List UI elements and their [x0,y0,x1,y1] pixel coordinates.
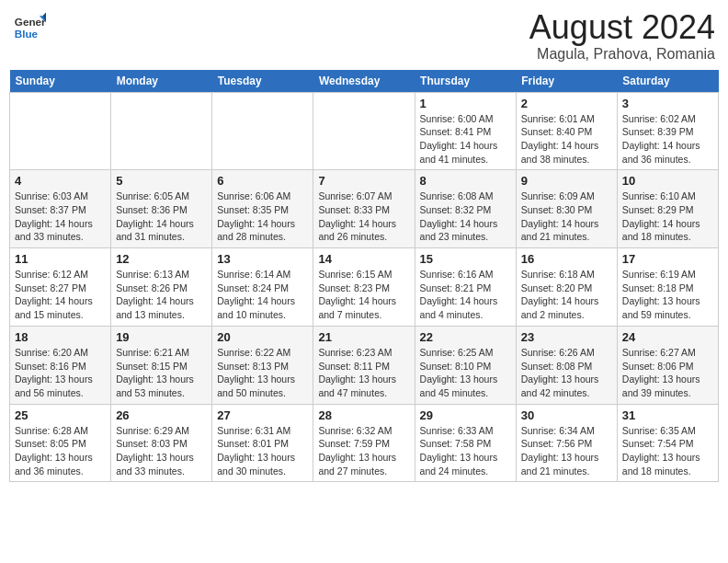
day-number: 14 [318,252,409,266]
day-info: Sunrise: 6:26 AM Sunset: 8:08 PM Dayligh… [521,346,612,400]
day-info: Sunrise: 6:19 AM Sunset: 8:18 PM Dayligh… [622,268,713,322]
day-info: Sunrise: 6:33 AM Sunset: 7:58 PM Dayligh… [420,424,511,478]
day-number: 2 [521,97,612,110]
calendar-week-5: 25Sunrise: 6:28 AM Sunset: 8:05 PM Dayli… [10,404,719,482]
day-info: Sunrise: 6:23 AM Sunset: 8:11 PM Dayligh… [318,346,409,400]
calendar-cell: 3Sunrise: 6:02 AM Sunset: 8:39 PM Daylig… [617,92,718,170]
day-number: 7 [318,174,409,188]
day-info: Sunrise: 6:29 AM Sunset: 8:03 PM Dayligh… [116,424,207,478]
calendar-cell: 8Sunrise: 6:08 AM Sunset: 8:32 PM Daylig… [415,170,516,248]
calendar-cell: 20Sunrise: 6:22 AM Sunset: 8:13 PM Dayli… [212,326,313,404]
day-number: 16 [521,252,612,266]
page-subtitle: Magula, Prahova, Romania [529,46,715,63]
calendar-cell: 31Sunrise: 6:35 AM Sunset: 7:54 PM Dayli… [617,404,718,482]
day-number: 28 [318,408,409,422]
calendar-cell: 2Sunrise: 6:01 AM Sunset: 8:40 PM Daylig… [516,92,617,170]
calendar-week-3: 11Sunrise: 6:12 AM Sunset: 8:27 PM Dayli… [10,248,719,327]
logo-icon: General Blue [13,9,46,42]
calendar-cell: 26Sunrise: 6:29 AM Sunset: 8:03 PM Dayli… [111,404,212,482]
title-block: August 2024 Magula, Prahova, Romania [529,9,715,63]
weekday-header-friday: Friday [516,70,617,93]
day-number: 8 [420,174,511,188]
calendar-cell: 15Sunrise: 6:16 AM Sunset: 8:21 PM Dayli… [415,248,516,327]
calendar-cell: 11Sunrise: 6:12 AM Sunset: 8:27 PM Dayli… [10,248,111,327]
day-info: Sunrise: 6:08 AM Sunset: 8:32 PM Dayligh… [420,190,511,244]
logo: General Blue [13,9,46,42]
day-number: 5 [116,174,207,188]
day-info: Sunrise: 6:15 AM Sunset: 8:23 PM Dayligh… [318,268,409,322]
weekday-header-row: SundayMondayTuesdayWednesdayThursdayFrid… [10,70,719,93]
day-number: 22 [420,330,511,344]
calendar-cell: 10Sunrise: 6:10 AM Sunset: 8:29 PM Dayli… [617,170,718,248]
day-info: Sunrise: 6:22 AM Sunset: 8:13 PM Dayligh… [217,346,308,400]
day-number: 4 [15,174,106,188]
day-number: 13 [217,252,308,266]
day-info: Sunrise: 6:14 AM Sunset: 8:24 PM Dayligh… [217,268,308,322]
svg-text:Blue: Blue [15,28,39,40]
day-number: 26 [116,408,207,422]
day-info: Sunrise: 6:05 AM Sunset: 8:36 PM Dayligh… [116,190,207,244]
day-number: 15 [420,252,511,266]
day-info: Sunrise: 6:06 AM Sunset: 8:35 PM Dayligh… [217,190,308,244]
calendar-cell: 23Sunrise: 6:26 AM Sunset: 8:08 PM Dayli… [516,326,617,404]
calendar-cell: 25Sunrise: 6:28 AM Sunset: 8:05 PM Dayli… [10,404,111,482]
day-info: Sunrise: 6:20 AM Sunset: 8:16 PM Dayligh… [15,346,106,400]
calendar-cell: 24Sunrise: 6:27 AM Sunset: 8:06 PM Dayli… [617,326,718,404]
day-number: 10 [622,174,713,188]
calendar-table: SundayMondayTuesdayWednesdayThursdayFrid… [9,70,719,483]
weekday-header-saturday: Saturday [617,70,718,93]
day-info: Sunrise: 6:21 AM Sunset: 8:15 PM Dayligh… [116,346,207,400]
weekday-header-monday: Monday [111,70,212,93]
calendar-week-4: 18Sunrise: 6:20 AM Sunset: 8:16 PM Dayli… [10,326,719,404]
day-number: 24 [622,330,713,344]
calendar-cell: 29Sunrise: 6:33 AM Sunset: 7:58 PM Dayli… [415,404,516,482]
day-info: Sunrise: 6:25 AM Sunset: 8:10 PM Dayligh… [420,346,511,400]
day-info: Sunrise: 6:31 AM Sunset: 8:01 PM Dayligh… [217,424,308,478]
day-info: Sunrise: 6:00 AM Sunset: 8:41 PM Dayligh… [420,112,511,167]
day-number: 21 [318,330,409,344]
calendar-week-2: 4Sunrise: 6:03 AM Sunset: 8:37 PM Daylig… [10,170,719,248]
day-info: Sunrise: 6:07 AM Sunset: 8:33 PM Dayligh… [318,190,409,244]
calendar-cell: 19Sunrise: 6:21 AM Sunset: 8:15 PM Dayli… [111,326,212,404]
day-number: 3 [622,97,713,110]
day-number: 30 [521,408,612,422]
calendar-cell: 7Sunrise: 6:07 AM Sunset: 8:33 PM Daylig… [313,170,415,248]
calendar-cell: 6Sunrise: 6:06 AM Sunset: 8:35 PM Daylig… [212,170,313,248]
calendar-cell: 21Sunrise: 6:23 AM Sunset: 8:11 PM Dayli… [313,326,415,404]
calendar-cell: 4Sunrise: 6:03 AM Sunset: 8:37 PM Daylig… [10,170,111,248]
day-number: 29 [420,408,511,422]
weekday-header-tuesday: Tuesday [212,70,313,93]
day-number: 27 [217,408,308,422]
calendar-cell: 18Sunrise: 6:20 AM Sunset: 8:16 PM Dayli… [10,326,111,404]
page-header: General Blue August 2024 Magula, Prahova… [9,9,719,63]
calendar-cell: 13Sunrise: 6:14 AM Sunset: 8:24 PM Dayli… [212,248,313,327]
calendar-cell [10,92,111,170]
calendar-cell: 1Sunrise: 6:00 AM Sunset: 8:41 PM Daylig… [415,92,516,170]
day-info: Sunrise: 6:12 AM Sunset: 8:27 PM Dayligh… [15,268,106,322]
calendar-cell: 27Sunrise: 6:31 AM Sunset: 8:01 PM Dayli… [212,404,313,482]
day-number: 11 [15,252,106,266]
calendar-cell: 22Sunrise: 6:25 AM Sunset: 8:10 PM Dayli… [415,326,516,404]
calendar-cell: 5Sunrise: 6:05 AM Sunset: 8:36 PM Daylig… [111,170,212,248]
calendar-week-1: 1Sunrise: 6:00 AM Sunset: 8:41 PM Daylig… [10,92,719,170]
day-number: 23 [521,330,612,344]
day-number: 18 [15,330,106,344]
weekday-header-thursday: Thursday [415,70,516,93]
day-info: Sunrise: 6:18 AM Sunset: 8:20 PM Dayligh… [521,268,612,322]
day-info: Sunrise: 6:28 AM Sunset: 8:05 PM Dayligh… [15,424,106,478]
weekday-header-wednesday: Wednesday [313,70,415,93]
day-info: Sunrise: 6:32 AM Sunset: 7:59 PM Dayligh… [318,424,409,478]
day-number: 1 [420,97,511,110]
calendar-cell [212,92,313,170]
day-info: Sunrise: 6:34 AM Sunset: 7:56 PM Dayligh… [521,424,612,478]
calendar-cell: 9Sunrise: 6:09 AM Sunset: 8:30 PM Daylig… [516,170,617,248]
page-title: August 2024 [529,9,715,46]
day-number: 31 [622,408,713,422]
day-number: 9 [521,174,612,188]
day-number: 6 [217,174,308,188]
day-info: Sunrise: 6:02 AM Sunset: 8:39 PM Dayligh… [622,112,713,167]
calendar-cell: 16Sunrise: 6:18 AM Sunset: 8:20 PM Dayli… [516,248,617,327]
day-info: Sunrise: 6:01 AM Sunset: 8:40 PM Dayligh… [521,112,612,167]
day-number: 20 [217,330,308,344]
day-info: Sunrise: 6:16 AM Sunset: 8:21 PM Dayligh… [420,268,511,322]
